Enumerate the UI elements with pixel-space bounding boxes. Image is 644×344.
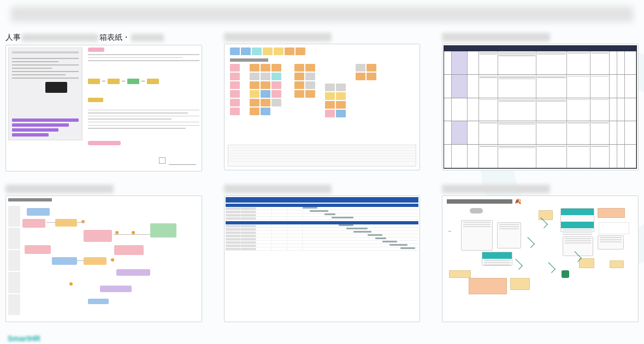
page-title-blurred: [11, 7, 633, 22]
thumbnail-card-5[interactable]: [224, 185, 421, 322]
card-title-2-blurred: [224, 33, 332, 41]
board-heading: [447, 199, 512, 204]
thumbnail-preview-1: [5, 45, 202, 171]
timeline-heading: [8, 198, 52, 201]
thumbnail-card-2[interactable]: [224, 33, 421, 171]
thumbnail-grid: 人事箱表紙・: [5, 33, 639, 322]
thumbnail-preview-5: [224, 195, 421, 322]
footer-logo: SmartHR: [8, 334, 40, 343]
thumbnail-preview-4: [5, 195, 202, 322]
card-title-4-blurred: [5, 185, 114, 193]
thumbnail-preview-3: [442, 44, 639, 170]
thumbnail-preview-6: 🍂 →: [442, 195, 639, 322]
thumbnail-card-4[interactable]: [5, 185, 202, 322]
card-title-5-blurred: [224, 185, 332, 193]
card-title-1: 人事箱表紙・: [5, 33, 202, 43]
card-title-6-blurred: [442, 185, 550, 193]
card-title-3-blurred: [442, 33, 550, 41]
thumbnail-preview-2: [224, 44, 421, 170]
thumbnail-card-6[interactable]: 🍂 →: [442, 185, 639, 322]
thumbnail-card-3[interactable]: [442, 33, 639, 171]
board-badge: [470, 208, 483, 213]
bottom-table: [228, 145, 417, 167]
thumbnail-card-1[interactable]: 人事箱表紙・: [5, 33, 202, 171]
